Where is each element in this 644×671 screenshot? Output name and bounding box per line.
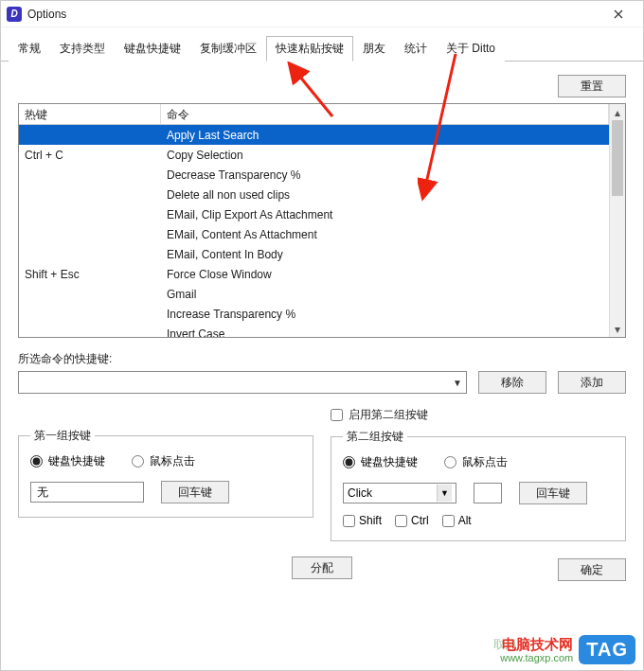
table-row[interactable]: Ctrl + CCopy Selection	[19, 145, 609, 165]
group1-fieldset: 第一组按键 键盘快捷键 鼠标点击 回车键	[18, 428, 313, 518]
tab-support-types[interactable]: 支持类型	[50, 36, 115, 62]
table-row[interactable]: EMail, Content In Body	[19, 244, 609, 264]
cell-command: Increase Transparency %	[161, 307, 609, 322]
group2-ctrl-checkbox[interactable]: Ctrl	[395, 514, 429, 527]
table-row[interactable]: Delete all non used clips	[19, 185, 609, 204]
window-title: Options	[27, 8, 599, 21]
cell-hotkey	[19, 174, 161, 176]
cell-command: EMail, Clip Export As Attachment	[161, 207, 609, 222]
commands-table: 热键 命令 Apply Last SearchCtrl + CCopy Sele…	[18, 103, 626, 338]
reset-button[interactable]: 重置	[558, 75, 626, 97]
group1-input[interactable]	[30, 482, 144, 503]
cell-hotkey	[19, 194, 161, 196]
table-header: 热键 命令	[19, 104, 609, 125]
scroll-up-icon[interactable]: ▴	[610, 104, 625, 120]
watermark-line2: www.tagxp.com	[500, 651, 573, 664]
tab-about[interactable]: 关于 Ditto	[437, 36, 505, 62]
table-row[interactable]: EMail, Clip Export As Attachment	[19, 204, 609, 224]
close-icon	[614, 9, 623, 19]
group2-legend: 第二组按键	[343, 429, 407, 445]
title-bar: D Options	[1, 1, 643, 27]
group2-select[interactable]: Click ▼	[343, 483, 456, 503]
selected-command-hotkey-label: 所选命令的快捷键:	[18, 351, 626, 367]
cell-hotkey	[19, 134, 161, 136]
header-hotkey[interactable]: 热键	[19, 104, 161, 124]
header-command[interactable]: 命令	[161, 104, 609, 124]
table-scrollbar[interactable]: ▴ ▾	[609, 104, 625, 337]
cell-command: EMail, Content As Attachment	[161, 227, 609, 242]
cell-hotkey	[19, 333, 161, 335]
group2-mini-input[interactable]	[474, 483, 502, 503]
cell-command: Copy Selection	[161, 148, 609, 163]
cell-command: Force Close Window	[161, 267, 609, 282]
group2-enter-button[interactable]: 回车键	[519, 482, 587, 504]
group2-alt-checkbox[interactable]: Alt	[442, 514, 472, 527]
cell-hotkey	[19, 234, 161, 236]
cell-command: EMail, Content In Body	[161, 247, 609, 262]
ok-button[interactable]: 确定	[558, 558, 626, 581]
cell-command: Delete all non used clips	[161, 187, 609, 203]
chevron-down-icon: ▼	[453, 378, 462, 388]
scroll-down-icon[interactable]: ▾	[610, 321, 625, 337]
cancel-button-faded: 取消	[493, 637, 516, 653]
table-row[interactable]: Invert Case	[19, 324, 609, 337]
chevron-down-icon: ▼	[437, 485, 452, 502]
tab-keyboard-shortcuts[interactable]: 键盘快捷键	[115, 36, 190, 62]
add-button[interactable]: 添加	[558, 371, 626, 394]
enable-group2-checkbox[interactable]: 启用第二组按键	[331, 407, 626, 423]
table-row[interactable]: Decrease Transparency %	[19, 165, 609, 185]
cell-command: Gmail	[161, 287, 609, 302]
group2-fieldset: 第二组按键 键盘快捷键 鼠标点击 Click ▼ 回车键 Shift Ctrl	[331, 429, 626, 541]
group1-enter-button[interactable]: 回车键	[161, 481, 229, 503]
tab-copy-buffer[interactable]: 复制缓冲区	[190, 36, 266, 62]
group1-legend: 第一组按键	[30, 428, 95, 444]
app-icon: D	[7, 7, 22, 22]
tab-general[interactable]: 常规	[9, 36, 50, 62]
tab-quick-paste-keys[interactable]: 快速粘贴按键	[266, 36, 353, 62]
watermark-line1: 电脑技术网	[500, 638, 573, 651]
table-row[interactable]: Gmail	[19, 284, 609, 304]
cell-hotkey	[19, 254, 161, 256]
cell-hotkey	[19, 293, 161, 295]
cell-command: Apply Last Search	[161, 128, 609, 143]
tab-stats[interactable]: 统计	[395, 36, 437, 62]
remove-button[interactable]: 移除	[478, 371, 546, 394]
cell-hotkey: Shift + Esc	[19, 267, 161, 282]
hotkey-combo[interactable]: ▼	[18, 371, 467, 394]
table-row[interactable]: Increase Transparency %	[19, 304, 609, 324]
table-row[interactable]: Shift + EscForce Close Window	[19, 264, 609, 284]
cell-command: Invert Case	[161, 327, 609, 338]
watermark: 电脑技术网 www.tagxp.com TAG	[500, 635, 635, 664]
tab-friends[interactable]: 朋友	[353, 36, 395, 62]
table-row[interactable]: Apply Last Search	[19, 125, 609, 145]
tabs-bar: 常规 支持类型 键盘快捷键 复制缓冲区 快速粘贴按键 朋友 统计 关于 Ditt…	[1, 35, 643, 62]
cell-command: Decrease Transparency %	[161, 168, 609, 183]
group2-radio-keyboard[interactable]: 键盘快捷键	[343, 454, 418, 470]
close-button[interactable]	[599, 1, 637, 27]
cell-hotkey	[19, 313, 161, 315]
group2-radio-mouse[interactable]: 鼠标点击	[444, 454, 508, 470]
scroll-thumb[interactable]	[612, 120, 623, 196]
group1-radio-keyboard[interactable]: 键盘快捷键	[30, 453, 105, 469]
cell-hotkey: Ctrl + C	[19, 148, 161, 163]
assign-button[interactable]: 分配	[292, 556, 352, 579]
group1-radio-mouse[interactable]: 鼠标点击	[132, 453, 195, 469]
watermark-tag: TAG	[579, 635, 635, 664]
group2-shift-checkbox[interactable]: Shift	[343, 514, 382, 527]
cell-hotkey	[19, 214, 161, 216]
table-row[interactable]: EMail, Content As Attachment	[19, 224, 609, 244]
